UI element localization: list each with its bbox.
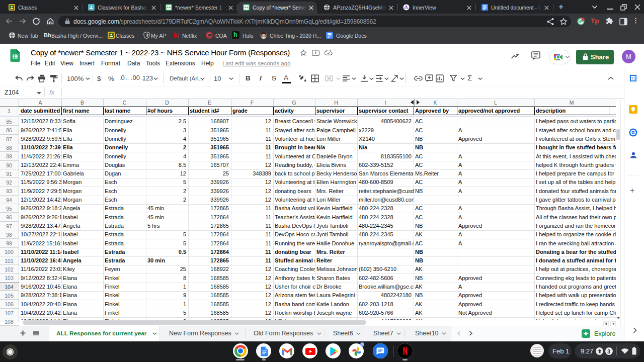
svg-text:31: 31 bbox=[631, 76, 635, 80]
